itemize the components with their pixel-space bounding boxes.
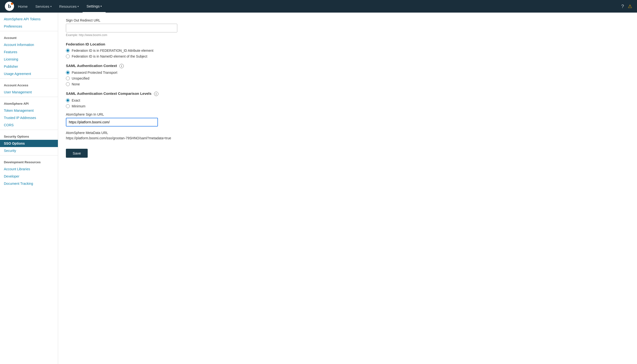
saml-comparison-option-1-label: Minimum [72, 104, 86, 108]
sidebar-divider-3 [0, 97, 58, 97]
federation-id-radio-0[interactable] [66, 48, 70, 52]
top-navigation: b Home Services ▾ Resources ▾ Settings ▾… [0, 0, 637, 12]
federation-id-radio-1[interactable] [66, 54, 70, 58]
saml-auth-context-info-icon[interactable]: i [119, 64, 124, 68]
atomsphere-sign-in-url-label: AtomSphere Sign In URL [66, 112, 236, 116]
sidebar-item-features[interactable]: Features [0, 48, 58, 56]
sidebar-section-security-options: Security Options [0, 131, 58, 140]
page-layout: AtomSphere API Tokens Preferences Accoun… [0, 12, 637, 364]
federation-id-location-field: Federation ID Location Federation ID is … [66, 42, 236, 58]
logo-letter: b [8, 3, 11, 10]
sign-out-redirect-url-field: Sign Out Redirect URL Example: http://ww… [66, 18, 236, 37]
sidebar-item-security[interactable]: Security [0, 147, 58, 154]
saml-comparison-info-icon[interactable]: i [154, 92, 158, 96]
saml-auth-context-option-1[interactable]: Unspecified [66, 76, 236, 80]
sidebar-section-development-resources: Development Resources [0, 156, 58, 166]
saml-comparison-radio-group: Exact Minimum [66, 98, 236, 108]
main-content: Sign Out Redirect URL Example: http://ww… [58, 12, 637, 364]
help-icon[interactable]: ? [621, 4, 624, 9]
saml-comparison-label: SAML Authentication Context Comparison L… [66, 92, 236, 96]
federation-id-option-0[interactable]: Federation ID is in FEDERATION_ID Attrib… [66, 48, 236, 52]
federation-id-location-label: Federation ID Location [66, 42, 236, 46]
sidebar-item-user-management[interactable]: User Management [0, 88, 58, 96]
saml-auth-radio-2[interactable] [66, 82, 70, 86]
sidebar-item-sso-options[interactable]: SSO Options [0, 140, 58, 147]
saml-auth-radio-1[interactable] [66, 76, 70, 80]
nav-home[interactable]: Home [14, 0, 32, 12]
saml-comparison-radio-0[interactable] [66, 98, 70, 102]
nav-menu: Home Services ▾ Resources ▾ Settings ▾ [14, 0, 621, 12]
logo[interactable]: b [5, 2, 14, 11]
nav-services[interactable]: Services ▾ [32, 0, 56, 12]
sidebar-item-trusted-ip-addresses[interactable]: Trusted IP Addresses [0, 114, 58, 122]
federation-id-option-1-label: Federation ID is in NameID element of th… [72, 54, 147, 58]
saml-comparison-option-0-label: Exact [72, 98, 80, 102]
nav-settings[interactable]: Settings ▾ [83, 0, 106, 12]
saml-auth-context-radio-group: Password Protected Transport Unspecified… [66, 70, 236, 86]
saml-auth-context-option-0[interactable]: Password Protected Transport [66, 70, 236, 74]
sidebar-item-publisher[interactable]: Publisher [0, 63, 58, 70]
sidebar-item-developer[interactable]: Developer [0, 173, 58, 180]
sidebar-divider-4 [0, 130, 58, 130]
saml-comparison-radio-1[interactable] [66, 104, 70, 108]
sidebar-item-account-libraries[interactable]: Account Libraries [0, 166, 58, 173]
atomsphere-metadata-url-label: AtomSphere MetaData URL [66, 131, 236, 135]
atomsphere-sign-in-url-field: AtomSphere Sign In URL [66, 112, 236, 126]
sidebar-item-preferences[interactable]: Preferences [0, 23, 58, 30]
saml-comparison-option-1[interactable]: Minimum [66, 104, 236, 108]
sidebar-section-account-access: Account Access [0, 80, 58, 88]
atomsphere-metadata-url-field: AtomSphere MetaData URL https://platform… [66, 131, 236, 140]
sidebar-divider-2 [0, 78, 58, 78]
nav-right-actions: ? ⚠ [621, 4, 632, 9]
saml-comparison-field: SAML Authentication Context Comparison L… [66, 92, 236, 108]
saml-auth-option-0-label: Password Protected Transport [72, 70, 117, 74]
logo-dot [11, 3, 13, 5]
sidebar-item-usage-agreement[interactable]: Usage Agreement [0, 70, 58, 78]
sign-out-redirect-url-label: Sign Out Redirect URL [66, 18, 236, 22]
sidebar-section-atomsphere-api: AtomSphere API [0, 98, 58, 107]
save-button[interactable]: Save [66, 149, 88, 158]
services-arrow-icon: ▾ [50, 5, 52, 8]
atomsphere-metadata-url-value: https://platform.boomi.com/sso/grootan-7… [66, 136, 236, 140]
sidebar-item-account-information[interactable]: Account Information [0, 41, 58, 48]
sidebar-divider-5 [0, 155, 58, 156]
sidebar-item-token-management[interactable]: Token Management [0, 107, 58, 114]
sign-out-redirect-url-hint: Example: http://www.boomi.com [66, 34, 236, 37]
atomsphere-sign-in-url-input[interactable] [66, 118, 158, 126]
resources-arrow-icon: ▾ [78, 5, 79, 8]
federation-id-option-0-label: Federation ID is in FEDERATION_ID Attrib… [72, 48, 153, 52]
saml-auth-context-label: SAML Authentication Context i [66, 64, 236, 68]
sidebar-item-licensing[interactable]: Licensing [0, 56, 58, 63]
sidebar-item-cors[interactable]: CORS [0, 122, 58, 129]
saml-auth-context-field: SAML Authentication Context i Password P… [66, 64, 236, 86]
sso-options-form: Sign Out Redirect URL Example: http://ww… [66, 18, 236, 158]
settings-arrow-icon: ▾ [101, 5, 102, 8]
federation-id-option-1[interactable]: Federation ID is in NameID element of th… [66, 54, 236, 58]
saml-auth-radio-0[interactable] [66, 70, 70, 74]
sidebar-item-document-tracking[interactable]: Document Tracking [0, 180, 58, 187]
federation-id-radio-group: Federation ID is in FEDERATION_ID Attrib… [66, 48, 236, 58]
saml-auth-context-option-2[interactable]: None [66, 82, 236, 86]
sidebar-item-atomsphere-api-tokens[interactable]: AtomSphere API Tokens [0, 16, 58, 23]
saml-auth-option-1-label: Unspecified [72, 76, 89, 80]
saml-comparison-option-0[interactable]: Exact [66, 98, 236, 102]
sign-out-redirect-url-input[interactable] [66, 24, 177, 32]
sidebar-divider-1 [0, 31, 58, 31]
alert-icon[interactable]: ⚠ [628, 4, 632, 9]
sidebar-section-account: Account [0, 32, 58, 41]
sidebar: AtomSphere API Tokens Preferences Accoun… [0, 12, 58, 364]
saml-auth-option-2-label: None [72, 82, 80, 86]
nav-resources[interactable]: Resources ▾ [56, 0, 83, 12]
